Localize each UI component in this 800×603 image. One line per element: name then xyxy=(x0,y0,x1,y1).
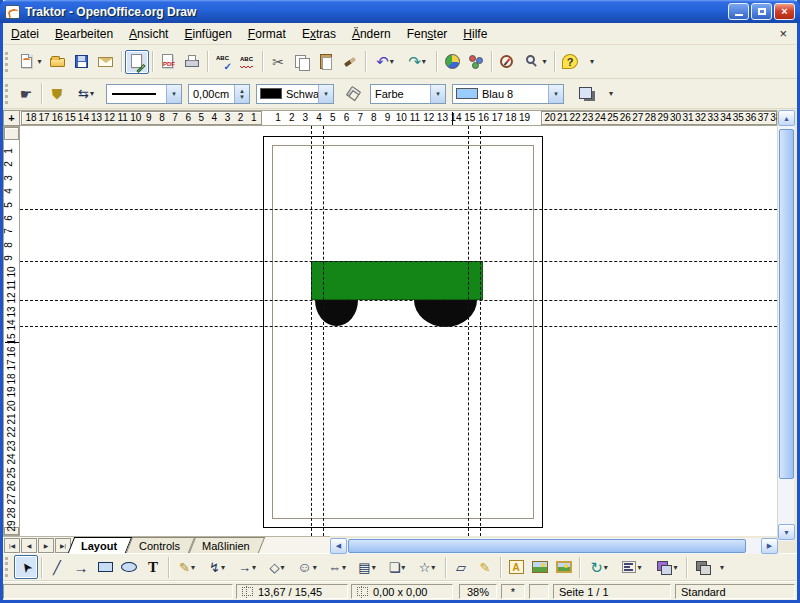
fill-type-select[interactable]: Farbe▾ xyxy=(370,84,446,104)
symbol-shapes-button[interactable]: ☺▾ xyxy=(292,555,322,579)
menu-format[interactable]: Format xyxy=(240,25,294,43)
ruler-origin-button[interactable]: + xyxy=(3,110,20,126)
line-width-spinner[interactable]: 0,00cm▲▼ xyxy=(188,84,250,104)
guide-line-vertical[interactable] xyxy=(468,126,469,536)
scroll-down-button[interactable]: ▼ xyxy=(778,524,795,540)
callouts-button[interactable]: ❏▾ xyxy=(382,555,412,579)
horizontal-scroll-thumb[interactable] xyxy=(348,539,746,553)
export-pdf-button[interactable]: PDF xyxy=(156,50,180,74)
insert-chart-button[interactable] xyxy=(440,50,464,74)
format-paintbrush-button[interactable] xyxy=(338,50,362,74)
basic-shapes-button[interactable]: ◇▾ xyxy=(262,555,292,579)
insert-picture-button[interactable] xyxy=(528,555,552,579)
guide-line-horizontal[interactable] xyxy=(20,300,777,301)
copy-button[interactable] xyxy=(290,50,314,74)
new-button[interactable]: ▾ xyxy=(14,50,46,74)
menu-ansicht[interactable]: Ansicht xyxy=(121,25,176,43)
status-size-cell[interactable]: 0,00 x 0,00 xyxy=(351,584,453,599)
scroll-right-button[interactable]: ▶ xyxy=(761,538,778,554)
tab-controls[interactable]: Controls xyxy=(129,537,192,553)
menu-einfgen[interactable]: Einfügen xyxy=(176,25,239,43)
email-button[interactable] xyxy=(94,50,118,74)
redo-button[interactable]: ↷▾ xyxy=(401,50,433,74)
select-tool-button[interactable]: ➤ xyxy=(14,555,38,579)
gallery-button[interactable] xyxy=(464,50,488,74)
print-button[interactable] xyxy=(180,50,204,74)
toolbar-grip[interactable] xyxy=(5,84,10,104)
menu-datei[interactable]: Datei xyxy=(3,25,47,43)
text-tool-button[interactable]: T xyxy=(141,555,165,579)
rectangle-tool-button[interactable] xyxy=(93,555,117,579)
area-dialog-button[interactable] xyxy=(343,82,367,106)
lines-arrows-button[interactable]: →▾ xyxy=(232,555,262,579)
tractor-body-rect[interactable] xyxy=(311,261,483,300)
line-color-select[interactable]: Schwarz▾ xyxy=(256,84,334,104)
open-button[interactable] xyxy=(46,50,70,74)
toolbar-overflow-icon[interactable]: ▾ xyxy=(720,563,724,572)
guide-line-horizontal[interactable] xyxy=(20,261,777,262)
minimize-button[interactable] xyxy=(728,3,749,20)
cut-button[interactable]: ✂ xyxy=(266,50,290,74)
tab-malinien[interactable]: Maßlinien xyxy=(192,537,262,553)
block-arrows-button[interactable]: ⇔▾ xyxy=(322,555,352,579)
guide-line-vertical[interactable] xyxy=(311,126,312,536)
status-position-cell[interactable]: 13,67 / 15,45 xyxy=(236,584,348,599)
vertical-scroll-thumb[interactable] xyxy=(779,129,794,479)
scroll-up-button[interactable]: ▲ xyxy=(778,110,795,126)
auto-spellcheck-button[interactable]: ABC xyxy=(235,50,259,74)
line-style-select[interactable]: ▾ xyxy=(106,84,182,104)
close-button[interactable]: × xyxy=(774,3,795,20)
help-button[interactable]: ? xyxy=(558,50,582,74)
menu-bearbeiten[interactable]: Bearbeiten xyxy=(47,25,121,43)
stars-button[interactable]: ☆▾ xyxy=(412,555,442,579)
edit-points-tool-button[interactable]: ▱ xyxy=(449,555,473,579)
guide-line-horizontal[interactable] xyxy=(20,326,777,327)
document-close-icon[interactable]: × xyxy=(775,26,791,41)
spellcheck-button[interactable]: ABC✓ xyxy=(211,50,235,74)
status-zoom-cell[interactable]: 38% xyxy=(459,584,497,599)
shadow-button[interactable] xyxy=(575,82,599,106)
tab-nav-button-0[interactable]: |◀ xyxy=(4,538,20,553)
horizontal-ruler[interactable]: 1817161514131211109876543211234567891011… xyxy=(3,110,777,126)
edit-points-button[interactable]: ☛ xyxy=(14,82,38,106)
toolbar-grip[interactable] xyxy=(5,52,10,72)
fontwork-button[interactable]: A xyxy=(504,555,528,579)
menu-extras[interactable]: Extras xyxy=(294,25,344,43)
status-page-cell[interactable]: Seite 1 / 1 xyxy=(553,584,671,599)
vertical-ruler[interactable]: 1234567891011121314151617181920212223242… xyxy=(3,126,20,536)
arrow-tool-button[interactable]: → xyxy=(69,555,93,579)
toolbar-grip[interactable] xyxy=(5,557,10,577)
paste-button[interactable] xyxy=(314,50,338,74)
tab-nav-button-2[interactable]: ▶ xyxy=(38,538,54,553)
canvas[interactable] xyxy=(20,126,777,536)
guide-line-vertical[interactable] xyxy=(323,126,324,536)
connector-tool-button[interactable]: ↯▾ xyxy=(202,555,232,579)
title-bar[interactable]: Traktor - OpenOffice.org Draw × xyxy=(0,0,800,23)
line-tool-button[interactable]: ╱ xyxy=(45,555,69,579)
menu-ndern[interactable]: Ändern xyxy=(344,25,399,43)
save-button[interactable] xyxy=(70,50,94,74)
glue-points-button[interactable]: ✎ xyxy=(473,555,497,579)
toolbar-overflow-icon[interactable]: ▾ xyxy=(609,89,613,98)
guide-line-vertical[interactable] xyxy=(480,126,481,536)
rotate-button[interactable]: ↻▾ xyxy=(583,555,615,579)
navigator-button[interactable] xyxy=(495,50,519,74)
guide-line-horizontal[interactable] xyxy=(20,209,777,210)
fill-color-select[interactable]: Blau 8▾ xyxy=(452,84,564,104)
edit-file-button[interactable] xyxy=(125,50,149,74)
undo-button[interactable]: ↶▾ xyxy=(369,50,401,74)
maximize-button[interactable] xyxy=(751,3,772,20)
line-dialog-button[interactable]: ⛊ xyxy=(45,82,69,106)
flowchart-button[interactable]: ▤▾ xyxy=(352,555,382,579)
tab-nav-button-1[interactable]: ◀ xyxy=(21,538,37,553)
arrange-button[interactable]: ▾ xyxy=(649,555,683,579)
toolbar-overflow-icon[interactable]: ▾ xyxy=(590,57,594,66)
alignment-button[interactable]: ▾ xyxy=(615,555,649,579)
scroll-left-button[interactable]: ◀ xyxy=(330,538,347,554)
curve-tool-button[interactable]: ✎▾ xyxy=(172,555,202,579)
spinner-arrows-icon[interactable]: ▲▼ xyxy=(234,85,249,103)
zoom-button[interactable]: ▾ xyxy=(519,50,551,74)
menu-hilfe[interactable]: Hilfe xyxy=(455,25,495,43)
status-style-cell[interactable]: Standard xyxy=(675,584,795,599)
extrusion-button[interactable] xyxy=(690,555,714,579)
